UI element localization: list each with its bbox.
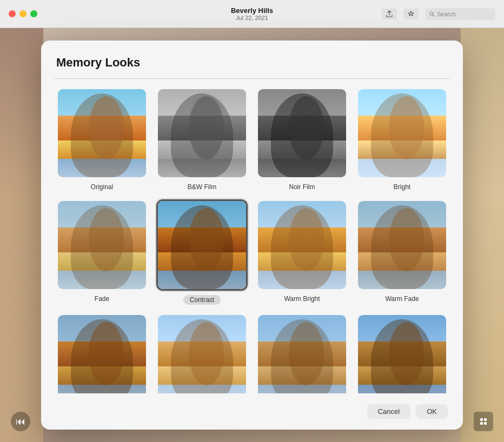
look-thumbnail-warm-bright[interactable] <box>256 199 348 291</box>
modal-overlay: Memory Looks Original <box>0 28 504 442</box>
favorite-button[interactable] <box>403 9 419 19</box>
ok-button[interactable]: OK <box>416 404 448 419</box>
look-label-fade: Fade <box>95 295 109 303</box>
cancel-button[interactable]: Cancel <box>367 404 410 419</box>
window-title: Beverly Hills Jul 22, 2021 <box>231 6 273 21</box>
look-thumbnail-noir-film[interactable] <box>256 88 348 179</box>
look-item-cool-fade[interactable]: Cool Fade <box>256 313 348 393</box>
looks-grid: Original B&W Film <box>56 88 448 393</box>
look-item-cool-bright[interactable]: Cool Bright <box>156 313 248 393</box>
look-label-contrast: Contrast <box>183 295 221 305</box>
look-item-bw-film[interactable]: B&W Film <box>156 88 248 191</box>
memory-looks-modal: Memory Looks Original <box>41 41 463 430</box>
look-thumbnail-cool-contrast[interactable] <box>356 313 448 393</box>
search-placeholder: Search <box>437 11 456 17</box>
look-thumbnail-original[interactable] <box>56 88 148 179</box>
photo-cool-fade <box>258 315 346 393</box>
look-label-warm-fade: Warm Fade <box>385 295 419 303</box>
look-label-bright: Bright <box>394 183 410 191</box>
look-thumbnail-warm-fade[interactable] <box>356 199 448 291</box>
look-item-bright[interactable]: Bright <box>356 88 448 191</box>
share-button[interactable] <box>382 9 397 19</box>
look-item-warm-fade[interactable]: Warm Fade <box>356 199 448 305</box>
photo-noir-film <box>258 89 346 177</box>
modal-divider <box>54 78 450 79</box>
look-thumbnail-bw-film[interactable] <box>156 88 248 179</box>
photo-warm-contrast <box>58 315 146 393</box>
toolbar-right: Search <box>382 8 495 20</box>
look-item-warm-bright[interactable]: Warm Bright <box>256 199 348 305</box>
modal-header: Memory Looks <box>56 56 448 70</box>
photo-contrast <box>158 201 246 289</box>
look-thumbnail-cool-bright[interactable] <box>156 313 248 393</box>
look-label-bw-film: B&W Film <box>188 183 216 191</box>
look-item-noir-film[interactable]: Noir Film <box>256 88 348 191</box>
look-thumbnail-bright[interactable] <box>356 88 448 179</box>
modal-footer: Cancel OK <box>56 402 448 419</box>
search-icon <box>429 11 435 17</box>
photo-cool-contrast <box>358 315 446 393</box>
maximize-button[interactable] <box>30 10 37 17</box>
search-bar[interactable]: Search <box>425 8 495 20</box>
photo-warm-fade <box>358 201 446 289</box>
look-label-noir-film: Noir Film <box>289 183 315 191</box>
minimize-button[interactable] <box>19 10 26 17</box>
look-item-original[interactable]: Original <box>56 88 148 191</box>
photo-bw-film <box>158 89 246 177</box>
look-thumbnail-fade[interactable] <box>56 199 148 291</box>
title-text: Beverly Hills <box>231 6 273 15</box>
look-thumbnail-warm-contrast[interactable] <box>56 313 148 393</box>
look-label-warm-bright: Warm Bright <box>284 295 320 303</box>
look-item-cool-contrast[interactable]: Cool Contrast <box>356 313 448 393</box>
look-label-original: Original <box>91 183 113 191</box>
photo-fade <box>58 201 146 289</box>
svg-line-1 <box>433 15 435 16</box>
close-button[interactable] <box>9 10 16 17</box>
look-thumbnail-cool-fade[interactable] <box>256 313 348 393</box>
photo-bright <box>358 89 446 177</box>
look-item-contrast[interactable]: Contrast <box>156 199 248 305</box>
modal-title: Memory Looks <box>56 56 140 70</box>
subtitle-text: Jul 22, 2021 <box>231 15 273 21</box>
photo-original <box>58 89 146 177</box>
photo-warm-bright <box>258 201 346 289</box>
look-thumbnail-contrast[interactable] <box>156 199 248 291</box>
window-chrome: Beverly Hills Jul 22, 2021 Search <box>0 0 504 28</box>
look-item-warm-contrast[interactable]: Warm Contrast <box>56 313 148 393</box>
look-item-fade[interactable]: Fade <box>56 199 148 305</box>
traffic-lights <box>9 10 37 17</box>
photo-cool-bright <box>158 315 246 393</box>
